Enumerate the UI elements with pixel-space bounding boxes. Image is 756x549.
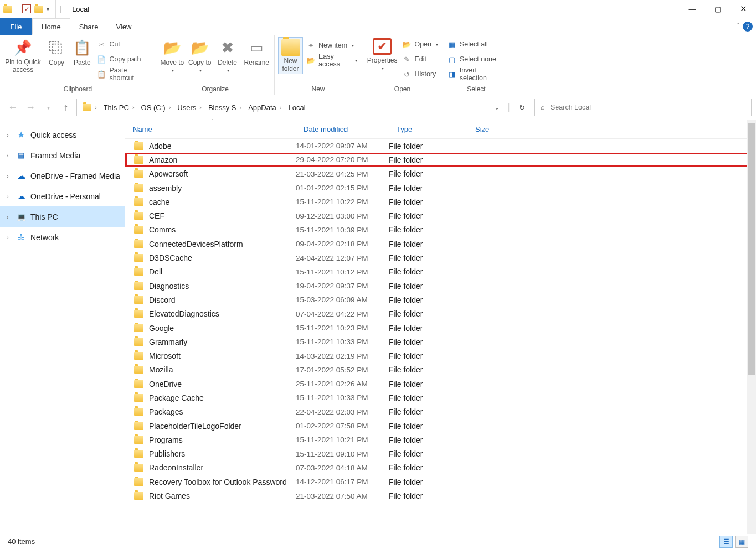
file-row[interactable]: Programs15-11-2021 10:21 PMFile folder [125, 433, 756, 447]
file-row[interactable]: Comms15-11-2021 10:39 PMFile folder [125, 223, 756, 237]
file-row[interactable]: Microsoft14-03-2022 02:19 PMFile folder [125, 349, 756, 362]
easy-access-button[interactable]: 📂Easy access▾ [305, 54, 358, 66]
pin-quick-access-button[interactable]: 📌 Pin to Quick access [3, 37, 43, 74]
sidebar-item[interactable]: ›🖧Network [0, 227, 125, 247]
sidebar-item[interactable]: ›★Quick access [0, 125, 125, 145]
sidebar: ›★Quick access›▤Framed Media›☁OneDrive -… [0, 120, 125, 534]
chevron-right-icon[interactable]: › [7, 214, 12, 220]
file-date: 29-04-2022 07:20 PM [296, 156, 389, 164]
select-none-button[interactable]: ▢Select none [446, 53, 506, 65]
folder-icon [134, 268, 143, 276]
properties-button[interactable]: ✔ Properties▾ [366, 37, 399, 71]
address-bar[interactable]: › This PC› OS (C:)› Users› Blessy S› App… [76, 99, 532, 116]
cut-button[interactable]: ✂Cut [96, 38, 152, 50]
file-row[interactable]: CEF09-12-2021 03:00 PMFile folder [125, 209, 756, 222]
file-row[interactable]: assembly01-01-2022 02:15 PMFile folder [125, 181, 756, 195]
file-row[interactable]: Diagnostics19-04-2022 09:37 PMFile folde… [125, 279, 756, 293]
tab-share[interactable]: Share [70, 18, 107, 35]
file-row[interactable]: Google15-11-2021 10:23 PMFile folder [125, 321, 756, 335]
new-item-button[interactable]: ✦New item▾ [305, 39, 358, 51]
up-button[interactable]: ↑ [58, 99, 74, 116]
tab-home[interactable]: Home [32, 18, 70, 35]
thumbnails-view-button[interactable]: ▦ [735, 536, 748, 548]
file-row[interactable]: Packages22-04-2022 02:03 PMFile folder [125, 405, 756, 419]
edit-button[interactable]: ✎Edit [401, 53, 439, 65]
file-date: 17-01-2022 05:52 PM [296, 366, 389, 374]
breadcrumb-1[interactable]: OS (C:)› [138, 99, 174, 116]
file-row[interactable]: Dell15-11-2021 10:12 PMFile folder [125, 265, 756, 279]
invert-selection-button[interactable]: ◨Invert selection [446, 68, 506, 80]
file-row[interactable]: Mozilla17-01-2022 05:52 PMFile folder [125, 363, 756, 377]
invert-selection-label: Invert selection [460, 66, 505, 82]
open-button[interactable]: 📂Open▾ [401, 38, 439, 50]
file-row[interactable]: OneDrive25-11-2021 02:26 AMFile folder [125, 377, 756, 391]
breadcrumb-4[interactable]: AppData› [245, 99, 285, 116]
breadcrumb-5[interactable]: Local [285, 99, 308, 116]
chevron-right-icon[interactable]: › [7, 193, 12, 200]
column-name[interactable]: Name [125, 125, 296, 133]
copy-path-button[interactable]: 📄Copy path [96, 53, 152, 65]
forward-button[interactable]: → [22, 99, 39, 116]
tab-file[interactable]: File [0, 18, 32, 35]
chevron-right-icon[interactable]: › [7, 132, 12, 138]
qat-folder-icon[interactable] [34, 6, 43, 13]
recent-locations-button[interactable]: ▾ [40, 99, 56, 116]
scrollbar-thumb[interactable] [748, 123, 755, 375]
search-box[interactable]: ⌕ Search Local [534, 99, 752, 116]
move-to-button[interactable]: 📂 Move to▾ [160, 37, 185, 73]
column-date[interactable]: Date modified [296, 125, 389, 133]
file-row[interactable]: PlaceholderTileLogoFolder01-02-2022 07:5… [125, 419, 756, 433]
select-all-button[interactable]: ▦Select all [446, 38, 506, 50]
column-size[interactable]: Size [467, 125, 523, 133]
file-row[interactable]: Amazon29-04-2022 07:20 PMFile folder [125, 153, 756, 167]
file-row[interactable]: Apowersoft21-03-2022 04:25 PMFile folder [125, 167, 756, 181]
scrollbar[interactable] [747, 120, 756, 534]
chevron-right-icon[interactable]: › [7, 152, 12, 159]
breadcrumb-2[interactable]: Users› [174, 99, 205, 116]
new-folder-button[interactable]: New folder [278, 37, 303, 74]
file-row[interactable]: Discord15-03-2022 06:09 AMFile folder [125, 293, 756, 307]
help-icon[interactable]: ? [743, 22, 753, 32]
details-view-button[interactable]: ☰ [719, 536, 733, 548]
qat-dropdown-icon[interactable]: ▾ [47, 6, 52, 12]
file-row[interactable]: D3DSCache24-04-2022 12:07 PMFile folder [125, 251, 756, 265]
maximize-button[interactable]: ▢ [705, 0, 731, 18]
breadcrumb-0[interactable]: This PC› [100, 99, 138, 116]
refresh-button[interactable]: ↻ [519, 103, 525, 112]
file-row[interactable]: cache15-11-2021 10:22 PMFile folder [125, 195, 756, 209]
breadcrumb-3[interactable]: Blessy S› [205, 99, 245, 116]
sidebar-item[interactable]: ›☁OneDrive - Personal [0, 186, 125, 206]
address-dropdown-icon[interactable]: ⌄ [495, 105, 499, 111]
sidebar-item[interactable]: ›▤Framed Media [0, 145, 125, 165]
file-list: Adobe14-01-2022 09:07 AMFile folderAmazo… [125, 139, 756, 503]
history-button[interactable]: ↺History [401, 68, 439, 80]
qat-checkbox-icon[interactable]: ✓ [22, 4, 31, 13]
back-button[interactable]: ← [4, 99, 21, 116]
delete-button[interactable]: ✖ Delete▾ [215, 37, 240, 73]
copy-to-button[interactable]: 📂 Copy to▾ [187, 37, 213, 73]
paste-shortcut-button[interactable]: 📋Paste shortcut [96, 68, 152, 80]
chevron-right-icon[interactable]: › [7, 173, 12, 179]
sidebar-item[interactable]: ›💻This PC [0, 206, 125, 227]
file-row[interactable]: Package Cache15-11-2021 10:33 PMFile fol… [125, 391, 756, 405]
file-row[interactable]: ConnectedDevicesPlatform09-04-2022 02:18… [125, 237, 756, 251]
file-row[interactable]: Publishers15-11-2021 09:10 PMFile folder [125, 447, 756, 461]
folder-icon [134, 226, 143, 234]
paste-button[interactable]: 📋 Paste [70, 37, 94, 66]
close-button[interactable]: ✕ [731, 0, 756, 18]
rename-button[interactable]: ▭ Rename [242, 37, 271, 66]
sidebar-item[interactable]: ›☁OneDrive - Framed Media [0, 165, 125, 186]
chevron-right-icon[interactable]: › [7, 234, 12, 241]
file-row[interactable]: Grammarly15-11-2021 10:33 PMFile folder [125, 335, 756, 349]
file-row[interactable]: Recovery Toolbox for Outlook Password14-… [125, 475, 756, 489]
file-row[interactable]: Riot Games21-03-2022 07:50 AMFile folder [125, 489, 756, 503]
tab-view[interactable]: View [107, 18, 140, 35]
file-row[interactable]: ElevatedDiagnostics07-04-2022 04:22 PMFi… [125, 307, 756, 321]
column-type[interactable]: Type [389, 125, 467, 133]
copy-button[interactable]: ⿻ Copy [45, 37, 68, 66]
file-row[interactable]: RadeonInstaller07-03-2022 04:18 AMFile f… [125, 461, 756, 475]
file-type: File folder [389, 267, 467, 276]
file-row[interactable]: Adobe14-01-2022 09:07 AMFile folder [125, 139, 756, 153]
minimize-button[interactable]: — [680, 0, 705, 18]
collapse-ribbon-icon[interactable]: ˆ [737, 23, 739, 30]
